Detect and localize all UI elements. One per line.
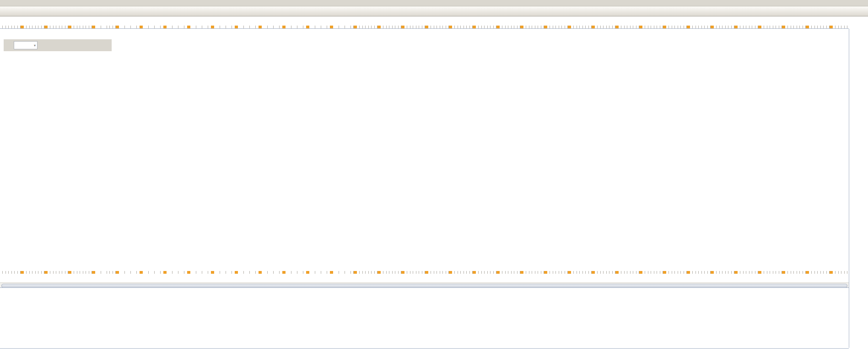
price-axis[interactable] (849, 29, 868, 348)
next-indicator-pane-clipped (0, 349, 868, 356)
main-chart-pane[interactable] (0, 29, 849, 271)
dock-header-strip (0, 0, 868, 6)
top-session-tickstrip (0, 26, 849, 29)
quote-panel: ▾ (4, 39, 112, 51)
order-size-select[interactable]: ▾ (14, 41, 38, 49)
trading-app-window: ▾ (0, 0, 868, 356)
macd-chart (0, 288, 849, 348)
candlestick-chart (0, 29, 849, 271)
bottom-session-tickstrip (0, 271, 849, 274)
bottom-time-axis[interactable] (0, 274, 849, 282)
top-date-axis[interactable] (0, 17, 849, 26)
macd-pane[interactable] (0, 287, 849, 349)
chart-toolbar (0, 6, 868, 16)
